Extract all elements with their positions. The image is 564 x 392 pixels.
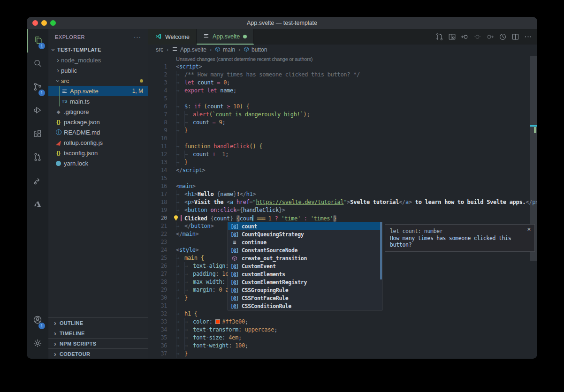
suggestion-item[interactable]: [@]count <box>228 222 382 230</box>
lightbulb-icon[interactable] <box>173 214 179 221</box>
activity-settings-gear-button[interactable] <box>27 332 48 356</box>
code-line[interactable]: 15 <box>148 174 537 182</box>
code-line[interactable]: 8→→count = 9; <box>148 119 537 127</box>
suggestion-item[interactable]: [@]CSSFontFaceRule <box>228 294 382 302</box>
code-line[interactable]: 3→let count = 0; <box>148 79 537 87</box>
back-icon[interactable] <box>460 32 469 41</box>
token: $ <box>184 103 188 110</box>
activity-live-share-button[interactable] <box>27 170 48 193</box>
code-line[interactable]: 1<script> <box>148 63 537 71</box>
more-actions-icon[interactable]: ··· <box>134 33 141 40</box>
suggestion-item[interactable]: [@]ConstantSourceNode <box>228 246 382 254</box>
minimize-button[interactable] <box>41 20 47 26</box>
more-actions-icon[interactable] <box>524 32 533 41</box>
token: href <box>236 199 250 205</box>
suggestion-item[interactable]: ≡continue <box>228 238 382 246</box>
tree-item-App.svelte[interactable]: App.svelte1, M <box>48 86 148 96</box>
tree-item-node_modules[interactable]: ›node_modules <box>48 55 148 65</box>
code-line[interactable]: 5 <box>148 95 537 103</box>
open-preview-icon[interactable] <box>448 32 457 41</box>
token: </ <box>399 199 405 205</box>
code-line[interactable]: 10 <box>148 135 537 143</box>
code-line[interactable]: 12→→count += 1; <box>148 151 537 158</box>
suggestion-item[interactable]: [@]CustomEvent <box>228 262 382 270</box>
tree-item-main.ts[interactable]: TSmain.ts <box>48 96 148 106</box>
section-codetour[interactable]: ›CODETOUR <box>48 348 148 359</box>
code-line[interactable]: 19→<button on:click={handleClick}> <box>148 206 537 214</box>
activity-azure-button[interactable] <box>27 193 48 217</box>
next-change-icon[interactable] <box>486 32 495 41</box>
code-line[interactable]: 9→} <box>148 127 537 135</box>
line-content: →} <box>176 127 537 135</box>
tree-item-tsconfig.json[interactable]: {}tsconfig.json <box>48 148 148 158</box>
ts-file-icon: TS <box>61 99 68 104</box>
breadcrumb-item-app-svelte[interactable]: App.svelte <box>172 46 206 53</box>
code-line[interactable]: 34→→text-transform: uppercase; <box>148 326 537 334</box>
activity-search-button[interactable] <box>27 53 48 76</box>
git-compare-icon[interactable] <box>435 32 444 41</box>
activity-accounts-button[interactable]: 1 <box>27 309 48 332</box>
activity-explorer-button[interactable]: 1 <box>27 29 48 53</box>
close-button[interactable] <box>32 20 38 26</box>
code-line[interactable]: 2→/** How many times has someone clicked… <box>148 71 537 79</box>
token: < <box>227 199 230 205</box>
code-line[interactable]: 37→} <box>148 350 537 358</box>
close-icon[interactable]: × <box>527 226 531 233</box>
tree-item-public[interactable]: ›public <box>48 65 148 75</box>
code-line[interactable]: 32→h1 { <box>148 310 537 318</box>
suggestion-item[interactable]: [@]CSSConditionRule <box>228 302 382 310</box>
tree-item-package.json[interactable]: {}package.json <box>48 117 148 127</box>
zoom-button[interactable] <box>50 20 56 26</box>
code-line[interactable]: 35→→font-size: 4em; <box>148 334 537 342</box>
indent-guide: → <box>184 119 193 127</box>
tab-app-svelte[interactable]: App.svelte <box>197 29 254 45</box>
indent-guide: → <box>176 254 184 262</box>
suggestion-item[interactable]: create_out_transition <box>228 254 382 262</box>
code-line[interactable]: 18→<p>Visit the <a href="https://svelte.… <box>148 198 537 206</box>
activity-github-pull-requests-button[interactable] <box>27 146 48 170</box>
code-line[interactable]: 17→<h1>Hello {name}!</h1> <box>148 190 537 198</box>
tree-item-README.md[interactable]: iREADME.md <box>48 127 148 137</box>
activity-source-control-button[interactable]: 1 <box>27 76 48 99</box>
code-line[interactable]: 20Clicked {count} {coun === 1 ? 'time' :… <box>148 214 537 222</box>
code-line[interactable]: 16<main> <box>148 182 537 190</box>
suggestion-item[interactable]: [@]CSSGroupingRule <box>228 286 382 294</box>
code-line[interactable]: 6→$: if (count ≥ 10) { <box>148 103 537 111</box>
timeline-icon[interactable] <box>498 32 507 41</box>
activity-run-debug-button[interactable] <box>27 99 48 123</box>
line-content: Clicked {count} {coun === 1 ? 'time' : '… <box>176 214 537 222</box>
project-root-row[interactable]: › TEST-TEMPLATE <box>48 45 148 55</box>
suggestion-item[interactable]: [@]customElements <box>228 270 382 278</box>
split-editor-icon[interactable] <box>511 32 520 41</box>
token: count <box>207 103 224 110</box>
code-editor[interactable]: Unsaved changes (cannot determine recent… <box>148 55 537 359</box>
code-line[interactable]: 11→function handleClick() { <box>148 143 537 151</box>
suggestion-item[interactable]: [@]CustomElementRegistry <box>228 278 382 286</box>
tree-item-label: tsconfig.json <box>64 150 98 157</box>
token: ) <box>240 103 243 110</box>
code-line[interactable]: 4→export let name; <box>148 87 537 95</box>
token: padding <box>193 271 215 277</box>
breadcrumb-item-button[interactable]: button <box>244 46 267 53</box>
suggestion-signature: let count: number <box>390 228 443 234</box>
code-line[interactable]: 13→} <box>148 158 537 166</box>
tree-item-src[interactable]: ›src <box>48 75 148 86</box>
tab-welcome[interactable]: Welcome <box>148 29 197 45</box>
code-line[interactable]: 33→→color: #ff3e00; <box>148 318 537 326</box>
tree-item-rollup.config.js[interactable]: rollup.config.js <box>48 137 148 148</box>
token: } <box>233 191 236 197</box>
activity-extensions-button[interactable] <box>27 123 48 146</box>
tree-item-yarn.lock[interactable]: yarn.lock <box>48 158 148 168</box>
code-line[interactable]: 14</script> <box>148 166 537 174</box>
previous-change-icon[interactable] <box>473 32 482 41</box>
code-line[interactable]: 36→→font-weight: 100; <box>148 342 537 350</box>
breadcrumb-item-src[interactable]: src <box>156 46 163 53</box>
section-timeline[interactable]: ›TIMELINE <box>48 328 148 338</box>
breadcrumb-separator: › <box>238 46 240 53</box>
section-npm-scripts[interactable]: ›NPM SCRIPTS <box>48 338 148 348</box>
breadcrumb-item-main[interactable]: main <box>215 46 235 53</box>
tree-item-.gitignore[interactable]: ◆.gitignore <box>48 106 148 117</box>
code-line[interactable]: 7→→alert(`count is dangerously high!`); <box>148 111 537 119</box>
section-outline[interactable]: ›OUTLINE <box>48 317 148 328</box>
suggestion-item[interactable]: [@]CountQueuingStrategy <box>228 230 382 238</box>
